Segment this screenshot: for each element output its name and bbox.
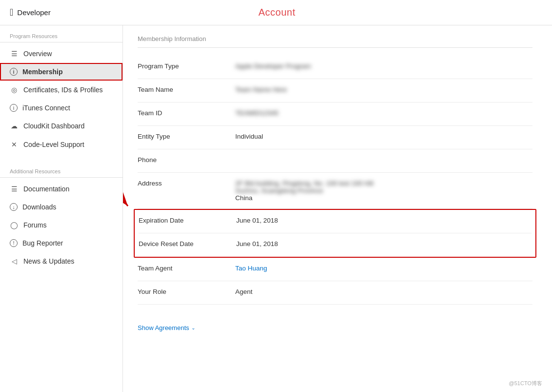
sidebar-item-code-support[interactable]: ✕ Code-Level Support — [0, 135, 123, 154]
news-icon: ◁ — [10, 257, 19, 266]
sidebar-label-itunes: iTunes Connect — [22, 104, 70, 112]
page-title: Account — [258, 7, 295, 18]
forums-icon: ◯ — [10, 221, 19, 229]
row-entity-type: Entity Type Individual — [138, 126, 532, 149]
label-expiration-date: Expiration Date — [139, 217, 236, 224]
label-device-reset-date: Device Reset Date — [139, 240, 236, 248]
additional-resources-label: Additional Resources — [0, 161, 123, 177]
chevron-down-icon: ⌄ — [191, 325, 195, 330]
label-program-type: Program Type — [138, 62, 235, 70]
value-team-agent[interactable]: Tao Huang — [235, 265, 267, 272]
sidebar-item-forums[interactable]: ◯ Forums — [0, 216, 123, 234]
wrench-icon: ✕ — [10, 140, 19, 149]
sidebar-item-bug-reporter[interactable]: ! Bug Reporter — [0, 234, 123, 252]
documentation-icon: ☰ — [10, 185, 19, 193]
label-address: Address — [138, 180, 235, 187]
label-team-id: Team ID — [138, 109, 235, 117]
row-expiration-date: Expiration Date June 01, 2018 — [139, 210, 532, 233]
sidebar-item-downloads[interactable]: ↓ Downloads — [0, 198, 123, 216]
label-team-agent: Team Agent — [138, 265, 235, 272]
main-layout: Program Resources ☰ Overview i Membershi… — [0, 25, 552, 392]
sidebar-divider-1 — [0, 42, 123, 42]
show-agreements-button[interactable]: Show Agreements ⌄ — [138, 324, 532, 331]
address-line-3: China — [235, 194, 373, 202]
info-icon: i — [10, 68, 18, 76]
sidebar-item-documentation[interactable]: ☰ Documentation — [0, 180, 123, 198]
program-resources-label: Program Resources — [0, 25, 123, 42]
watermark: @51CTO博客 — [509, 380, 542, 387]
sidebar-item-membership[interactable]: i Membership — [0, 63, 123, 81]
content-area: Membership Information Program Type Appl… — [123, 25, 552, 392]
address-line-2: Suzhou, Guangdong Province — [235, 187, 373, 194]
bug-icon: ! — [10, 239, 18, 247]
show-agreements-label: Show Agreements — [138, 324, 189, 331]
sidebar-label-downloads: Downloads — [22, 203, 56, 211]
sidebar-item-overview[interactable]: ☰ Overview — [0, 44, 123, 63]
label-your-role: Your Role — [138, 288, 235, 295]
certificates-icon: ◎ — [10, 85, 19, 94]
downloads-icon: ↓ — [10, 203, 18, 211]
sidebar-label-code-support: Code-Level Support — [23, 141, 84, 148]
menu-icon: ☰ — [10, 49, 19, 58]
row-team-agent: Team Agent Tao Huang — [138, 258, 532, 281]
sidebar-label-forums: Forums — [23, 221, 46, 229]
sidebar-label-overview: Overview — [23, 50, 52, 58]
itunes-icon: i — [10, 104, 18, 112]
sidebar-label-membership: Membership — [22, 68, 62, 76]
sidebar: Program Resources ☰ Overview i Membershi… — [0, 25, 123, 392]
label-team-name: Team Name — [138, 86, 235, 93]
row-device-reset-date: Device Reset Date June 01, 2018 — [139, 233, 532, 257]
sidebar-label-certificates: Certificates, IDs & Profiles — [23, 86, 103, 94]
sidebar-divider-2 — [0, 177, 123, 178]
sidebar-label-news-updates: News & Updates — [23, 257, 74, 265]
logo:  Developer — [10, 7, 51, 18]
sidebar-label-documentation: Documentation — [23, 185, 69, 193]
value-team-name: Team Name Here — [235, 86, 287, 93]
sidebar-item-itunes[interactable]: i iTunes Connect — [0, 99, 123, 117]
value-expiration-date: June 01, 2018 — [236, 217, 278, 224]
sidebar-label-bug-reporter: Bug Reporter — [22, 239, 63, 247]
apple-icon:  — [10, 7, 13, 18]
logo-text: Developer — [17, 8, 50, 17]
value-program-type: Apple Developer Program — [235, 62, 311, 70]
row-your-role: Your Role Agent — [138, 281, 532, 305]
content-inner: Membership Information Program Type Appl… — [123, 25, 552, 351]
sidebar-item-certificates[interactable]: ◎ Certificates, IDs & Profiles — [0, 81, 123, 99]
cloud-icon: ☁ — [10, 122, 19, 130]
label-phone: Phone — [138, 156, 235, 164]
row-address: Address 2F Bld building, Pingdong, No. 1… — [138, 173, 532, 209]
sidebar-label-cloudkit: CloudKit Dashboard — [23, 122, 84, 130]
row-phone: Phone — [138, 149, 532, 173]
highlight-box: Expiration Date June 01, 2018 Device Res… — [134, 209, 536, 258]
value-address: 2F Bld building, Pingdong, No. 100 test … — [235, 180, 373, 202]
label-entity-type: Entity Type — [138, 133, 235, 140]
section-title: Membership Information — [138, 35, 532, 48]
header:  Developer Account — [0, 0, 552, 25]
row-team-name: Team Name Team Name Here — [138, 79, 532, 103]
value-device-reset-date: June 01, 2018 — [236, 240, 278, 248]
value-team-id: TEAMID12345 — [235, 109, 279, 117]
value-entity-type: Individual — [235, 133, 263, 140]
address-line-1: 2F Bld building, Pingdong, No. 100 test … — [235, 180, 373, 187]
row-program-type: Program Type Apple Developer Program — [138, 56, 532, 79]
sidebar-item-news-updates[interactable]: ◁ News & Updates — [0, 252, 123, 270]
row-team-id: Team ID TEAMID12345 — [138, 103, 532, 126]
sidebar-item-cloudkit[interactable]: ☁ CloudKit Dashboard — [0, 117, 123, 135]
value-your-role: Agent — [235, 288, 252, 295]
